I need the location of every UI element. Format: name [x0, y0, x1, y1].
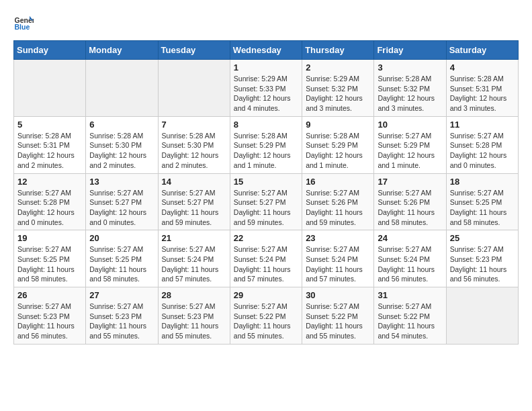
- calendar-cell: 31Sunrise: 5:27 AM Sunset: 5:22 PM Dayli…: [374, 287, 446, 345]
- day-header-saturday: Saturday: [446, 41, 518, 60]
- day-number: 24: [378, 233, 442, 243]
- calendar-cell: 21Sunrise: 5:27 AM Sunset: 5:24 PM Dayli…: [158, 230, 230, 287]
- day-header-thursday: Thursday: [302, 41, 374, 60]
- calendar-cell: 16Sunrise: 5:27 AM Sunset: 5:26 PM Dayli…: [302, 173, 374, 230]
- calendar-cell: 30Sunrise: 5:27 AM Sunset: 5:22 PM Dayli…: [302, 287, 374, 345]
- calendar-cell: 2Sunrise: 5:29 AM Sunset: 5:32 PM Daylig…: [302, 60, 374, 117]
- day-number: 8: [234, 120, 298, 130]
- day-info: Sunrise: 5:27 AM Sunset: 5:27 PM Dayligh…: [234, 188, 298, 228]
- day-number: 18: [450, 177, 515, 187]
- calendar-cell: [158, 60, 230, 117]
- calendar-cell: 11Sunrise: 5:27 AM Sunset: 5:28 PM Dayli…: [446, 116, 518, 173]
- calendar-cell: 25Sunrise: 5:27 AM Sunset: 5:23 PM Dayli…: [446, 230, 518, 287]
- day-header-wednesday: Wednesday: [230, 41, 302, 60]
- calendar-cell: 27Sunrise: 5:27 AM Sunset: 5:23 PM Dayli…: [86, 287, 158, 345]
- day-number: 19: [17, 233, 82, 243]
- day-header-tuesday: Tuesday: [158, 41, 230, 60]
- day-info: Sunrise: 5:27 AM Sunset: 5:28 PM Dayligh…: [450, 131, 515, 171]
- svg-text:Blue: Blue: [15, 23, 30, 31]
- day-info: Sunrise: 5:27 AM Sunset: 5:22 PM Dayligh…: [234, 302, 298, 341]
- calendar-cell: 9Sunrise: 5:28 AM Sunset: 5:29 PM Daylig…: [302, 116, 374, 173]
- week-row-4: 26Sunrise: 5:27 AM Sunset: 5:23 PM Dayli…: [14, 287, 519, 345]
- day-info: Sunrise: 5:27 AM Sunset: 5:25 PM Dayligh…: [450, 188, 515, 228]
- calendar: SundayMondayTuesdayWednesdayThursdayFrid…: [13, 40, 519, 345]
- day-number: 7: [162, 120, 226, 130]
- day-number: 6: [89, 120, 154, 130]
- day-number: 13: [89, 177, 154, 187]
- calendar-cell: 28Sunrise: 5:27 AM Sunset: 5:23 PM Dayli…: [158, 287, 230, 345]
- day-info: Sunrise: 5:27 AM Sunset: 5:25 PM Dayligh…: [89, 244, 154, 284]
- calendar-cell: 29Sunrise: 5:27 AM Sunset: 5:22 PM Dayli…: [230, 287, 302, 345]
- day-number: 2: [306, 62, 370, 73]
- day-info: Sunrise: 5:27 AM Sunset: 5:22 PM Dayligh…: [306, 302, 370, 341]
- calendar-cell: 10Sunrise: 5:27 AM Sunset: 5:29 PM Dayli…: [374, 116, 446, 173]
- calendar-cell: 12Sunrise: 5:27 AM Sunset: 5:28 PM Dayli…: [14, 173, 86, 230]
- day-info: Sunrise: 5:29 AM Sunset: 5:33 PM Dayligh…: [234, 74, 298, 113]
- day-number: 10: [378, 120, 442, 130]
- week-row-1: 5Sunrise: 5:28 AM Sunset: 5:31 PM Daylig…: [14, 116, 519, 173]
- day-info: Sunrise: 5:29 AM Sunset: 5:32 PM Dayligh…: [306, 74, 370, 113]
- day-info: Sunrise: 5:27 AM Sunset: 5:26 PM Dayligh…: [306, 188, 370, 228]
- logo: General Blue: [13, 13, 34, 34]
- day-info: Sunrise: 5:27 AM Sunset: 5:24 PM Dayligh…: [306, 244, 370, 284]
- day-number: 5: [17, 120, 82, 130]
- calendar-cell: 4Sunrise: 5:28 AM Sunset: 5:31 PM Daylig…: [446, 60, 518, 117]
- day-header-friday: Friday: [374, 41, 446, 60]
- day-info: Sunrise: 5:27 AM Sunset: 5:28 PM Dayligh…: [17, 188, 82, 228]
- calendar-body: 1Sunrise: 5:29 AM Sunset: 5:33 PM Daylig…: [14, 60, 519, 345]
- day-number: 4: [450, 62, 515, 73]
- week-row-2: 12Sunrise: 5:27 AM Sunset: 5:28 PM Dayli…: [14, 173, 519, 230]
- calendar-cell: 15Sunrise: 5:27 AM Sunset: 5:27 PM Dayli…: [230, 173, 302, 230]
- day-number: 27: [89, 290, 154, 300]
- day-info: Sunrise: 5:27 AM Sunset: 5:24 PM Dayligh…: [162, 244, 226, 284]
- calendar-cell: 19Sunrise: 5:27 AM Sunset: 5:25 PM Dayli…: [14, 230, 86, 287]
- calendar-cell: 14Sunrise: 5:27 AM Sunset: 5:27 PM Dayli…: [158, 173, 230, 230]
- day-number: 26: [17, 290, 82, 300]
- calendar-cell: 17Sunrise: 5:27 AM Sunset: 5:26 PM Dayli…: [374, 173, 446, 230]
- day-number: 1: [234, 62, 298, 73]
- day-number: 17: [378, 177, 442, 187]
- day-number: 30: [306, 290, 370, 300]
- calendar-cell: [446, 287, 518, 345]
- day-info: Sunrise: 5:27 AM Sunset: 5:27 PM Dayligh…: [162, 188, 226, 228]
- day-number: 21: [162, 233, 226, 243]
- day-number: 3: [378, 62, 442, 73]
- week-row-0: 1Sunrise: 5:29 AM Sunset: 5:33 PM Daylig…: [14, 60, 519, 117]
- day-info: Sunrise: 5:27 AM Sunset: 5:29 PM Dayligh…: [378, 131, 442, 171]
- calendar-cell: [14, 60, 86, 117]
- day-number: 11: [450, 120, 515, 130]
- day-number: 20: [89, 233, 154, 243]
- calendar-cell: 24Sunrise: 5:27 AM Sunset: 5:24 PM Dayli…: [374, 230, 446, 287]
- day-info: Sunrise: 5:27 AM Sunset: 5:24 PM Dayligh…: [378, 244, 442, 284]
- day-info: Sunrise: 5:28 AM Sunset: 5:32 PM Dayligh…: [378, 74, 442, 113]
- calendar-cell: 20Sunrise: 5:27 AM Sunset: 5:25 PM Dayli…: [86, 230, 158, 287]
- calendar-cell: [86, 60, 158, 117]
- day-info: Sunrise: 5:28 AM Sunset: 5:29 PM Dayligh…: [234, 131, 298, 171]
- day-number: 16: [306, 177, 370, 187]
- day-info: Sunrise: 5:27 AM Sunset: 5:22 PM Dayligh…: [378, 302, 442, 341]
- day-header-sunday: Sunday: [14, 41, 86, 60]
- calendar-cell: 8Sunrise: 5:28 AM Sunset: 5:29 PM Daylig…: [230, 116, 302, 173]
- day-number: 29: [234, 290, 298, 300]
- day-info: Sunrise: 5:27 AM Sunset: 5:25 PM Dayligh…: [17, 244, 82, 284]
- day-info: Sunrise: 5:27 AM Sunset: 5:24 PM Dayligh…: [234, 244, 298, 284]
- page-header: General Blue: [13, 13, 519, 34]
- calendar-cell: 23Sunrise: 5:27 AM Sunset: 5:24 PM Dayli…: [302, 230, 374, 287]
- day-info: Sunrise: 5:27 AM Sunset: 5:26 PM Dayligh…: [378, 188, 442, 228]
- day-number: 12: [17, 177, 82, 187]
- day-number: 14: [162, 177, 226, 187]
- calendar-cell: 3Sunrise: 5:28 AM Sunset: 5:32 PM Daylig…: [374, 60, 446, 117]
- day-info: Sunrise: 5:27 AM Sunset: 5:27 PM Dayligh…: [89, 188, 154, 228]
- day-info: Sunrise: 5:28 AM Sunset: 5:30 PM Dayligh…: [89, 131, 154, 171]
- week-row-3: 19Sunrise: 5:27 AM Sunset: 5:25 PM Dayli…: [14, 230, 519, 287]
- day-number: 31: [378, 290, 442, 300]
- calendar-cell: 22Sunrise: 5:27 AM Sunset: 5:24 PM Dayli…: [230, 230, 302, 287]
- day-info: Sunrise: 5:28 AM Sunset: 5:31 PM Dayligh…: [450, 74, 515, 113]
- day-number: 22: [234, 233, 298, 243]
- day-info: Sunrise: 5:27 AM Sunset: 5:23 PM Dayligh…: [17, 302, 82, 341]
- calendar-cell: 1Sunrise: 5:29 AM Sunset: 5:33 PM Daylig…: [230, 60, 302, 117]
- day-header-monday: Monday: [86, 41, 158, 60]
- day-info: Sunrise: 5:28 AM Sunset: 5:30 PM Dayligh…: [162, 131, 226, 171]
- day-number: 28: [162, 290, 226, 300]
- calendar-cell: 26Sunrise: 5:27 AM Sunset: 5:23 PM Dayli…: [14, 287, 86, 345]
